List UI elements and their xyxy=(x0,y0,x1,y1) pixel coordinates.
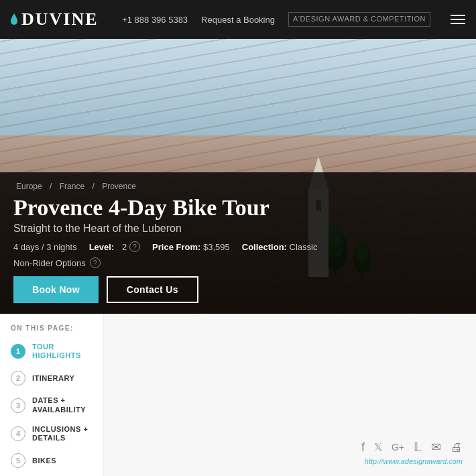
breadcrumb-provence: Provence xyxy=(102,182,136,191)
book-now-button[interactable]: Book Now xyxy=(13,276,99,303)
nav-num-2: 2 xyxy=(11,371,25,385)
sidebar-item-inclusions[interactable]: 4 INCLUSIONS +DETAILS xyxy=(0,420,103,448)
nav-label-2: ITINERARY xyxy=(32,374,74,383)
phone-number: +1 888 396 5383 xyxy=(122,15,188,25)
hero-image: Europe / France / Provence Provence 4-Da… xyxy=(0,39,476,314)
tour-buttons: Book Now Contact Us xyxy=(13,276,463,303)
non-rider-options: Non-Rider Options ? xyxy=(13,257,463,268)
social-icons: f 𝕏 G+ 𝕃 ✉ 🖨 xyxy=(361,440,463,455)
nav-num-1: 1 xyxy=(11,344,25,359)
logo-drop-icon xyxy=(11,13,17,25)
nav-num-4: 4 xyxy=(11,426,25,441)
nav-label-1: TOURHIGHLIGHTS xyxy=(32,343,81,360)
print-icon[interactable]: 🖨 xyxy=(451,440,463,455)
logo-text: DUVINE xyxy=(21,9,99,29)
bottom-section: ON THIS PAGE: 1 TOURHIGHLIGHTS 2 ITINERA… xyxy=(0,314,476,476)
site-header: DUVINE +1 888 396 5383 Request a Booking… xyxy=(0,0,476,39)
award-badge: A'DESIGN AWARD & COMPETITION xyxy=(288,12,430,26)
breadcrumb-france: France xyxy=(60,182,84,191)
watermark: http://www.adesignaward.com xyxy=(365,457,463,465)
email-icon[interactable]: ✉ xyxy=(431,440,441,455)
breadcrumb: Europe / France / Provence xyxy=(13,182,463,191)
main-content: f 𝕏 G+ 𝕃 ✉ 🖨 http://www.adesignaward.com xyxy=(104,314,476,476)
hamburger-menu[interactable] xyxy=(451,15,465,24)
nav-label-3: DATES +AVAILABILITY xyxy=(32,396,86,414)
contact-us-button[interactable]: Contact Us xyxy=(107,276,198,303)
pinterest-icon[interactable]: 𝕃 xyxy=(414,440,422,455)
sidebar-item-itinerary[interactable]: 2 ITINERARY xyxy=(0,365,103,391)
tour-level: Level: 2 ? xyxy=(89,241,140,252)
logo-area: DUVINE xyxy=(11,9,99,29)
header-right: +1 888 396 5383 Request a Booking A'DESI… xyxy=(122,12,465,26)
tour-subtitle: Straight to the Heart of the Luberon xyxy=(13,223,463,235)
tour-title: Provence 4-Day Bike Tour xyxy=(13,195,463,220)
on-this-page-label: ON THIS PAGE: xyxy=(0,320,103,337)
sidebar-item-bikes[interactable]: 5 BIKES xyxy=(0,448,103,473)
breadcrumb-europe: Europe xyxy=(16,182,42,191)
tour-duration: 4 days / 3 nights xyxy=(13,242,77,252)
non-rider-help-icon[interactable]: ? xyxy=(90,257,101,268)
level-help-icon[interactable]: ? xyxy=(129,241,140,252)
side-nav: ON THIS PAGE: 1 TOURHIGHLIGHTS 2 ITINERA… xyxy=(0,314,104,476)
tour-meta: 4 days / 3 nights Level: 2 ? Price From:… xyxy=(13,241,463,252)
nav-num-5: 5 xyxy=(11,453,25,468)
sidebar-item-dates[interactable]: 3 DATES +AVAILABILITY xyxy=(0,391,103,419)
nav-label-4: INCLUSIONS +DETAILS xyxy=(32,425,88,442)
tour-overlay: Europe / France / Provence Provence 4-Da… xyxy=(0,172,476,314)
nav-label-5: BIKES xyxy=(32,457,56,465)
nav-num-3: 3 xyxy=(11,398,25,413)
sidebar-item-tour-highlights[interactable]: 1 TOURHIGHLIGHTS xyxy=(0,337,103,365)
tour-price: Price From: $3,595 xyxy=(152,242,230,252)
google-plus-icon[interactable]: G+ xyxy=(392,442,404,453)
request-booking-link[interactable]: Request a Booking xyxy=(201,15,275,25)
facebook-icon[interactable]: f xyxy=(361,440,365,455)
twitter-icon[interactable]: 𝕏 xyxy=(374,441,382,453)
tour-collection: Collection: Classic xyxy=(242,242,318,252)
